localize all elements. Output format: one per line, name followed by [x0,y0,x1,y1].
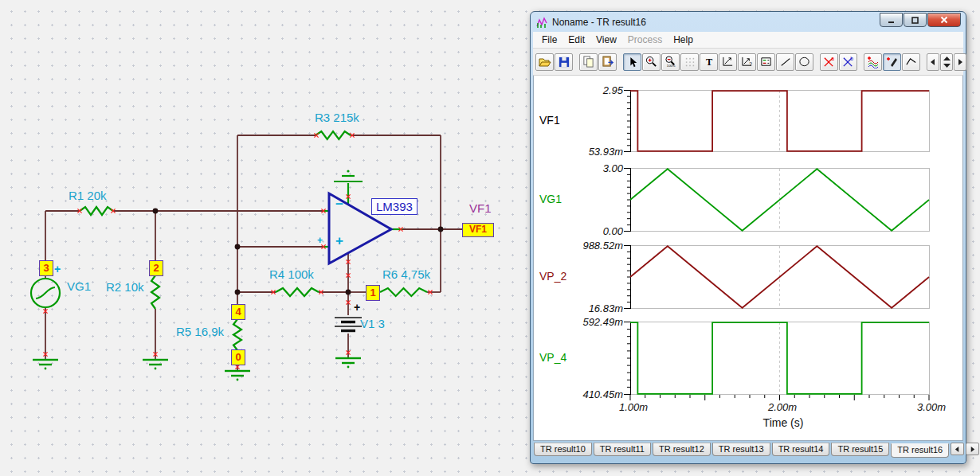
tab-bar: TR result10 TR result11 TR result12 TR r… [531,441,966,460]
label-r6[interactable]: R6 4,75k [382,267,430,281]
y-min-label: 16.83m [534,302,623,314]
tab-tr-result12[interactable]: TR result12 [653,443,711,456]
chart-panel-vp4: VP_4 592.49m 410.45m [534,322,963,395]
label-r5[interactable]: R5 16,9k [176,325,224,338]
node-box-4[interactable]: 4 [231,304,245,320]
svg-text:T: T [705,57,711,68]
y-min-label: 0.00 [534,225,623,237]
prev-page-button[interactable] [927,53,939,71]
maximize-button[interactable] [904,13,927,27]
menu-bar: File Edit View Process Help [533,32,963,49]
zoom-in-button[interactable] [642,53,661,71]
menu-view[interactable]: View [590,33,622,47]
tab-tr-result11[interactable]: TR result11 [594,443,651,456]
menu-file[interactable]: File [536,33,563,47]
label-r3[interactable]: R3 215k [315,111,359,124]
arrow-left-icon [955,447,960,452]
node-box-2[interactable]: 2 [149,260,163,276]
ground-vg1[interactable] [33,360,58,369]
copy-button[interactable] [579,53,598,71]
scale-axis-icon [722,56,734,68]
cursor-b-icon: b [842,56,854,68]
tab-tr-result13[interactable]: TR result13 [712,443,770,456]
net-label-vf1[interactable]: VF1 [469,201,492,215]
cursor-b-button[interactable]: b [839,53,857,71]
x-axis-title: Time (s) [731,416,835,429]
resistor-r6 [380,288,427,296]
wires [45,135,462,371]
next-page-button[interactable] [954,53,966,71]
auto-scale-icon: ? [741,56,753,68]
close-button[interactable] [927,13,961,27]
output-pin-vf1[interactable]: VF1 [462,223,494,237]
line-icon [780,57,791,68]
node-box-1[interactable]: 1 [366,285,380,301]
cursor-tool-button[interactable] [623,53,641,71]
label-r4[interactable]: R4 100k [269,267,314,281]
resistor-r2 [151,275,159,309]
text-tool-button[interactable]: T [700,53,718,71]
title-bar[interactable]: Noname - TR result16 [531,12,966,32]
ground-r2[interactable] [143,360,168,369]
battery-v1[interactable] [335,318,362,331]
node-box-0[interactable]: 0 [231,349,245,365]
open-folder-icon [539,56,551,68]
toolbar: 100% T ? a b [533,49,963,76]
ellipse-tool-button[interactable] [795,53,813,71]
menu-help[interactable]: Help [668,33,699,47]
add-curves-button[interactable] [864,53,882,71]
ground-v1[interactable] [335,358,361,368]
y-max-label: 592.49m [534,316,623,328]
node-box-3[interactable]: 3 [39,260,53,276]
ground-r5[interactable] [225,371,250,380]
svg-text:?: ? [749,61,752,67]
waveform-plot [621,168,931,233]
page-spinner[interactable] [940,53,953,71]
y-max-label: 3.00 [534,162,623,174]
tab-tr-result14[interactable]: TR result14 [772,443,830,456]
opamp-pin-plus-sign: + [317,235,323,246]
resistor-r1 [80,207,113,215]
schematic-editor[interactable]: R1 20k R3 215k R2 10k R5 16,9k R4 100k R… [0,0,528,476]
chart-area: VF1 2.95 53.93m VG1 3.00 0.00 VP_2 988.5… [533,76,963,441]
supply-rail-dot [347,170,349,172]
tab-scroll-left-button[interactable] [951,443,964,455]
tab-tr-result15[interactable]: TR result15 [831,443,889,456]
legend-button[interactable] [757,53,775,71]
open-button[interactable] [535,53,554,71]
save-button[interactable] [555,53,573,71]
grid-button[interactable] [680,53,699,71]
waveform-plot [621,245,931,310]
copy-icon [582,56,594,68]
label-r2[interactable]: R2 10k [106,280,144,294]
zoom-out-button[interactable]: 100% [661,53,680,71]
schematic-canvas [0,0,528,476]
arrow-right-icon [970,447,975,452]
tab-scroll-right-button[interactable] [966,443,979,455]
label-lm393[interactable]: LM393 [371,198,417,215]
menu-edit[interactable]: Edit [563,33,590,47]
polyline-tool-button[interactable] [902,53,920,71]
line-tool-button[interactable] [776,53,794,71]
x-tick-label-1: 1.00m [606,401,661,413]
probe-pen-icon [886,56,899,68]
x-tick-label-3: 3.00m [904,401,959,413]
opamp-plus-sign: + [335,233,343,249]
label-v1[interactable]: V1 3 [360,317,385,330]
chart-panel-vf1: VF1 2.95 53.93m [534,90,963,152]
probe-tool-button[interactable] [883,53,901,71]
label-r1[interactable]: R1 20k [69,189,107,202]
minimize-button[interactable] [880,13,903,27]
cursor-a-button[interactable]: a [820,53,838,71]
tab-tr-result10[interactable]: TR result10 [534,443,592,456]
svg-text:100%: 100% [667,64,676,68]
set-scale-button[interactable] [719,53,737,71]
tab-tr-result16[interactable]: TR result16 [891,443,949,458]
zoom-out-icon: 100% [664,56,676,68]
paste-button[interactable] [598,53,617,71]
auto-scale-button[interactable]: ? [738,53,756,71]
legend-icon [760,56,772,68]
window-title: Noname - TR result16 [552,17,880,28]
label-vg1[interactable]: VG1 [67,279,91,293]
y-min-label: 410.45m [534,388,623,400]
